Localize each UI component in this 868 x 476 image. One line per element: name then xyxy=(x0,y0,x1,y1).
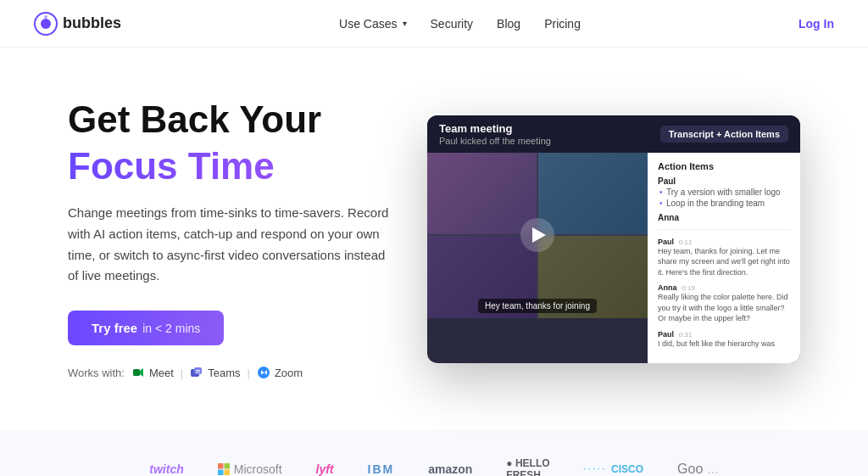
hero-title-line2: Focus Time xyxy=(68,145,390,188)
separator-2: | xyxy=(248,367,250,379)
logo-twitch: twitch xyxy=(149,462,183,476)
svg-rect-16 xyxy=(224,470,230,476)
logo-link[interactable]: bubbles xyxy=(34,12,121,36)
zoom-icon xyxy=(257,366,270,379)
svg-rect-9 xyxy=(196,372,200,373)
t-time-3: 0:31 xyxy=(679,331,693,339)
video-meeting-title: Team meeting xyxy=(439,122,551,135)
logo-text: bubbles xyxy=(63,14,121,32)
teams-icon xyxy=(190,366,203,379)
chevron-down-icon: ▾ xyxy=(403,19,407,28)
svg-point-2 xyxy=(44,15,47,19)
t-name-2: Anna xyxy=(658,283,677,292)
video-cell-2 xyxy=(538,153,648,235)
video-body: Hey team, thanks for joining Action Item… xyxy=(427,153,800,363)
transcript-section: Paul 0:11 Hey team, thanks for joining. … xyxy=(658,229,790,350)
integration-zoom: Zoom xyxy=(257,366,303,379)
video-area: Hey team, thanks for joining xyxy=(427,153,648,318)
navbar: bubbles Use Cases ▾ Security Blog Pricin… xyxy=(0,0,868,48)
try-free-button[interactable]: Try free in < 2 mins xyxy=(68,311,224,345)
video-header: Team meeting Paul kicked off the meeting… xyxy=(427,115,800,153)
t-name-3: Paul xyxy=(658,330,674,339)
hero-description: Change meetings from time-sinks to time-… xyxy=(68,203,390,287)
transcript-badge: Transcript + Action Items xyxy=(660,126,788,143)
play-button[interactable] xyxy=(520,218,554,252)
svg-rect-14 xyxy=(224,463,230,469)
transcript-row-2: Anna 0:19 Really liking the color palett… xyxy=(658,283,790,324)
t-text-1: Hey team, thanks for joining. Let me sha… xyxy=(658,246,790,278)
meet-icon xyxy=(131,366,145,379)
logo-icon xyxy=(34,12,58,36)
nav-use-cases[interactable]: Use Cases ▾ xyxy=(339,17,406,31)
svg-rect-3 xyxy=(133,369,140,376)
integration-meet: Meet xyxy=(131,366,174,379)
microsoft-icon xyxy=(218,463,230,475)
action-item-1: Try a version with smaller logo xyxy=(658,188,790,197)
video-caption: Hey team, thanks for joining xyxy=(478,299,597,313)
t-text-2: Really liking the color palette here. Di… xyxy=(658,292,790,324)
t-text-3: I did, but felt like the hierarchy was xyxy=(658,339,790,350)
logo-hellofresh: ● HELLOFRESH xyxy=(506,457,549,476)
works-with-row: Works with: Meet | Teams xyxy=(68,366,390,379)
transcript-row-1: Paul 0:11 Hey team, thanks for joining. … xyxy=(658,237,790,278)
cta-label: Try free xyxy=(92,321,137,335)
logos-section: twitch Microsoft lyft IBM amazon ● HELLO… xyxy=(0,430,868,476)
separator-1: | xyxy=(181,367,183,379)
hero-content: Get Back Your Focus Time Change meetings… xyxy=(68,98,390,379)
t-time-1: 0:11 xyxy=(679,238,693,246)
action-person-anna: Anna xyxy=(658,213,790,222)
video-meeting-subtitle: Paul kicked off the meeting xyxy=(439,136,551,146)
logo-google: Goo... xyxy=(677,462,719,476)
hero-section: Get Back Your Focus Time Change meetings… xyxy=(0,48,868,413)
logo-amazon: amazon xyxy=(428,462,472,476)
nav-links: Use Cases ▾ Security Blog Pricing xyxy=(339,17,581,31)
svg-point-1 xyxy=(41,19,51,29)
works-with-label: Works with: xyxy=(68,367,125,379)
svg-rect-13 xyxy=(218,463,224,469)
logo-cisco: ····· CISCO xyxy=(584,463,644,475)
logo-lyft: lyft xyxy=(316,462,334,476)
logo-ibm: IBM xyxy=(368,462,395,476)
logo-microsoft: Microsoft xyxy=(218,462,282,476)
nav-blog[interactable]: Blog xyxy=(497,17,520,31)
t-time-2: 0:19 xyxy=(682,284,695,292)
play-icon xyxy=(532,227,546,243)
action-items-title: Action Items xyxy=(658,161,790,171)
nav-pricing[interactable]: Pricing xyxy=(544,17,581,31)
t-name-1: Paul xyxy=(658,238,674,246)
transcript-row-3: Paul 0:31 I did, but felt like the hiera… xyxy=(658,329,790,350)
cta-suffix: in < 2 mins xyxy=(142,322,200,335)
hero-title-line1: Get Back Your xyxy=(68,98,390,142)
logos-row-1: twitch Microsoft lyft IBM amazon ● HELLO… xyxy=(34,457,834,476)
video-cell-1 xyxy=(427,153,537,235)
nav-security[interactable]: Security xyxy=(431,17,474,31)
svg-marker-4 xyxy=(140,368,143,377)
video-card: Team meeting Paul kicked off the meeting… xyxy=(427,115,800,363)
svg-rect-8 xyxy=(196,370,200,372)
login-link[interactable]: Log In xyxy=(798,17,834,31)
microsoft-label: Microsoft xyxy=(234,462,282,476)
action-panel: Action Items Paul Try a version with sma… xyxy=(648,153,800,363)
svg-rect-15 xyxy=(218,470,224,476)
action-person-paul: Paul xyxy=(658,176,790,186)
video-card-container: Team meeting Paul kicked off the meeting… xyxy=(427,115,800,363)
video-title-block: Team meeting Paul kicked off the meeting xyxy=(439,122,551,146)
integration-teams: Teams xyxy=(190,366,240,379)
action-item-2: Loop in the branding team xyxy=(658,199,790,208)
